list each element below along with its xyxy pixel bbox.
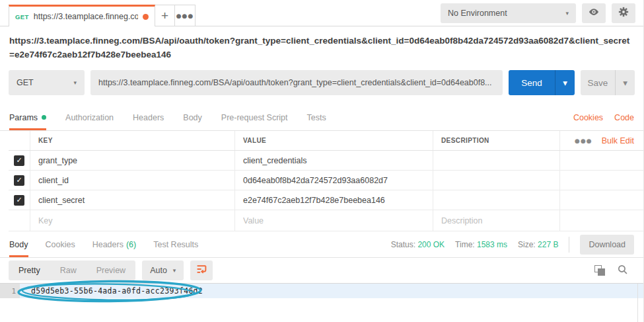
response-stats: Status: 200 OK Time: 1583 ms Size: 227 B… bbox=[391, 231, 634, 257]
active-request-tab[interactable]: GET https://3.teamplace.finneg.com/l bbox=[9, 5, 155, 26]
table-row: ✓ grant_type client_credentials bbox=[9, 151, 643, 171]
request-tabs: Params Authorization Headers Body Pre-re… bbox=[0, 104, 643, 131]
view-raw[interactable]: Raw bbox=[50, 261, 87, 280]
download-button[interactable]: Download bbox=[580, 235, 634, 255]
status-badge: Status: 200 OK bbox=[391, 240, 445, 249]
response-headers-label: Headers bbox=[92, 240, 124, 249]
new-description-input[interactable] bbox=[441, 216, 552, 225]
more-tabs-button[interactable]: ●●● bbox=[175, 5, 195, 26]
unsaved-dot-icon bbox=[143, 14, 149, 20]
view-preview[interactable]: Preview bbox=[87, 261, 135, 280]
line-number-gutter: 1 bbox=[0, 284, 20, 298]
param-key[interactable]: client_secret bbox=[38, 196, 85, 205]
copy-icon[interactable] bbox=[594, 265, 605, 276]
params-table: KEY VALUE DESCRIPTION ●●● Bulk Edit ✓ gr… bbox=[9, 131, 643, 231]
request-links: Cookies Code bbox=[573, 104, 634, 130]
request-tab-bar: GET https://3.teamplace.finneg.com/l + ●… bbox=[0, 0, 643, 26]
save-options-button[interactable]: ▾ bbox=[615, 70, 635, 95]
divider bbox=[569, 237, 569, 253]
tab-body[interactable]: Body bbox=[183, 104, 202, 130]
params-empty-row bbox=[9, 210, 643, 231]
bulk-edit-link[interactable]: Bulk Edit bbox=[602, 136, 634, 145]
response-tab-test-results[interactable]: Test Results bbox=[153, 231, 198, 257]
new-tab-button[interactable]: + bbox=[155, 5, 175, 26]
wrap-text-button[interactable] bbox=[190, 261, 213, 280]
scrollbar-track[interactable] bbox=[637, 284, 638, 322]
settings-button[interactable] bbox=[612, 3, 635, 23]
tab-method-badge: GET bbox=[15, 13, 29, 20]
column-header-value: VALUE bbox=[243, 137, 266, 144]
search-icon[interactable] bbox=[617, 264, 628, 278]
headers-count-badge: (6) bbox=[126, 240, 136, 249]
param-value[interactable]: 0d64eab0f8b42da724572d93aa6082d7 bbox=[243, 176, 388, 185]
row-checkbox[interactable]: ✓ bbox=[14, 155, 24, 166]
language-label: Auto bbox=[150, 266, 167, 275]
method-selector[interactable]: GET ▾ bbox=[9, 70, 85, 95]
tab-url-label: https://3.teamplace.finneg.com/l bbox=[34, 12, 138, 21]
url-input[interactable] bbox=[90, 70, 503, 95]
eye-icon bbox=[588, 6, 600, 20]
language-selector[interactable]: Auto ▾ bbox=[142, 261, 184, 280]
params-active-dot-icon bbox=[42, 115, 46, 120]
param-value[interactable]: e2e74f67c2aeb12f7b428e7beebea146 bbox=[243, 196, 385, 205]
cookies-link[interactable]: Cookies bbox=[573, 113, 603, 122]
new-value-input[interactable] bbox=[243, 216, 425, 225]
response-body[interactable]: 1 d59d5eb3-55b6-4ada-a0fd-acc2393f46d2 bbox=[0, 283, 643, 322]
tab-headers[interactable]: Headers bbox=[133, 104, 164, 130]
column-header-key: KEY bbox=[38, 137, 53, 144]
send-options-button[interactable]: ▾ bbox=[555, 70, 575, 95]
response-toolbar: Pretty Raw Preview Auto ▾ bbox=[0, 258, 643, 283]
row-checkbox[interactable]: ✓ bbox=[14, 195, 24, 206]
response-tab-headers[interactable]: Headers (6) bbox=[92, 231, 137, 257]
param-value[interactable]: client_credentials bbox=[243, 156, 307, 165]
chevron-down-icon: ▾ bbox=[73, 79, 77, 86]
send-button[interactable]: Send bbox=[509, 70, 555, 95]
size-badge: Size: 227 B bbox=[518, 240, 558, 249]
tab-actions: + ●●● bbox=[155, 5, 196, 26]
column-header-description: DESCRIPTION bbox=[441, 137, 489, 144]
tab-params[interactable]: Params bbox=[9, 104, 46, 130]
params-header-row: KEY VALUE DESCRIPTION ●●● Bulk Edit bbox=[9, 131, 643, 151]
time-badge: Time: 1583 ms bbox=[455, 240, 507, 249]
view-segmented-control: Pretty Raw Preview bbox=[9, 261, 135, 280]
request-builder: GET ▾ Send ▾ Save ▾ bbox=[0, 70, 643, 104]
postman-app: GET https://3.teamplace.finneg.com/l + ●… bbox=[0, 0, 644, 322]
word-wrap-icon bbox=[196, 263, 207, 278]
response-meta-bar: Body Cookies Headers (6) Test Results St… bbox=[0, 231, 643, 258]
response-toolbar-right bbox=[594, 264, 635, 278]
response-tab-body[interactable]: Body bbox=[9, 231, 28, 257]
table-row: ✓ client_secret e2e74f67c2aeb12f7b428e7b… bbox=[9, 190, 643, 210]
response-token-value: d59d5eb3-55b6-4ada-a0fd-acc2393f46d2 bbox=[20, 286, 203, 296]
response-tab-cookies[interactable]: Cookies bbox=[46, 231, 75, 257]
full-request-url: https://3.teamplace.finneg.com/BSA/api/o… bbox=[0, 26, 643, 70]
view-pretty[interactable]: Pretty bbox=[9, 261, 50, 280]
tab-tests[interactable]: Tests bbox=[307, 104, 326, 130]
tab-authorization[interactable]: Authorization bbox=[65, 104, 114, 130]
code-link[interactable]: Code bbox=[614, 113, 634, 122]
param-key[interactable]: grant_type bbox=[38, 156, 77, 165]
environment-selector[interactable]: No Environment ▾ bbox=[441, 3, 576, 23]
gear-icon bbox=[618, 6, 629, 20]
select-all-cell bbox=[9, 131, 30, 150]
row-checkbox[interactable]: ✓ bbox=[14, 175, 24, 186]
param-key[interactable]: client_id bbox=[38, 176, 69, 185]
environment-quick-look-button[interactable] bbox=[582, 3, 606, 23]
left-gutter bbox=[0, 0, 9, 26]
environment-area: No Environment ▾ bbox=[441, 0, 643, 26]
environment-label: No Environment bbox=[448, 9, 507, 18]
response-line-1[interactable]: 1 d59d5eb3-55b6-4ada-a0fd-acc2393f46d2 bbox=[0, 284, 643, 298]
table-row: ✓ client_id 0d64eab0f8b42da724572d93aa60… bbox=[9, 171, 643, 190]
new-key-input[interactable] bbox=[38, 216, 227, 225]
chevron-down-icon: ▾ bbox=[565, 10, 569, 17]
send-button-group: Send ▾ bbox=[509, 70, 575, 95]
method-label: GET bbox=[17, 78, 34, 87]
tab-pre-request-script[interactable]: Pre-request Script bbox=[221, 104, 288, 130]
save-button[interactable]: Save bbox=[581, 70, 615, 95]
tab-params-label: Params bbox=[9, 113, 38, 122]
params-more-button[interactable]: ●●● bbox=[575, 138, 592, 144]
chevron-down-icon: ▾ bbox=[173, 267, 176, 274]
save-button-group: Save ▾ bbox=[581, 70, 635, 95]
